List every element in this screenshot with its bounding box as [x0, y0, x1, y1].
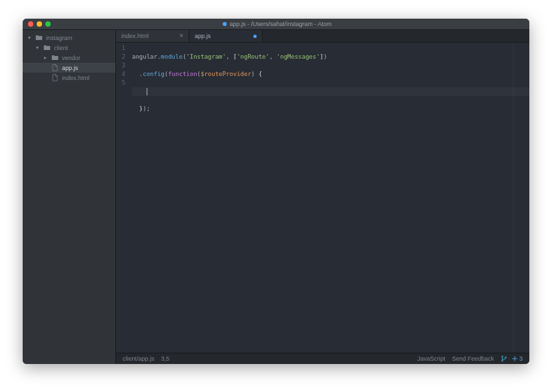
modified-dot-icon	[223, 22, 227, 26]
titlebar: app.js - /Users/sahat/instagram - Atom	[23, 19, 529, 30]
status-language[interactable]: JavaScript	[417, 355, 445, 362]
tree-folder-vendor[interactable]: ▸ vendor	[23, 53, 115, 63]
svg-point-1	[501, 360, 503, 361]
tab-indexhtml[interactable]: index.html ×	[116, 30, 189, 42]
file-icon	[51, 74, 59, 81]
tree-folder-client[interactable]: ▾ client	[23, 43, 115, 53]
svg-point-2	[505, 357, 506, 358]
line-number: 1	[116, 44, 125, 53]
modified-dot-icon	[253, 35, 257, 38]
chevron-down-icon[interactable]: ▾	[27, 35, 32, 41]
chevron-down-icon[interactable]: ▾	[35, 45, 40, 51]
folder-icon	[35, 34, 43, 41]
tree-file-indexhtml[interactable]: index.html	[23, 73, 115, 83]
window-title: app.js - /Users/sahat/instagram - Atom	[31, 21, 524, 27]
line-number: 2	[116, 53, 125, 61]
svg-point-0	[501, 356, 503, 357]
tree-label: client	[54, 45, 68, 51]
folder-icon	[43, 44, 51, 51]
folder-icon	[51, 54, 59, 61]
status-git[interactable]: 3	[501, 355, 523, 362]
text-cursor	[147, 88, 147, 95]
code-line	[132, 122, 529, 131]
line-number: 4	[116, 70, 125, 79]
tree-root[interactable]: ▾ instagram	[23, 33, 115, 43]
code-area[interactable]: angular.module('Instagram', ['ngRoute', …	[129, 43, 529, 353]
tab-label: index.html	[121, 33, 174, 39]
status-filepath[interactable]: client/app.js	[123, 355, 155, 362]
status-cursor[interactable]: 3,5	[161, 355, 170, 362]
git-branch-icon	[501, 355, 507, 362]
status-bar: client/app.js 3,5 JavaScript Send Feedba…	[116, 353, 529, 364]
code-editor[interactable]: 1 2 3 4 5 angular.module('Instagram', ['…	[116, 43, 529, 353]
chevron-right-icon[interactable]: ▸	[43, 55, 48, 61]
tree-label: instagram	[46, 35, 73, 41]
editor-window: app.js - /Users/sahat/instagram - Atom ▾…	[23, 19, 529, 364]
close-icon[interactable]: ×	[179, 33, 183, 39]
tab-label: app.js	[195, 33, 248, 39]
git-diff-count: 3	[519, 355, 523, 362]
editor-pane: index.html × app.js 1 2 3 4 5	[116, 30, 529, 364]
tree-label: vendor	[62, 55, 81, 61]
line-number: 3	[116, 61, 125, 70]
code-line: });	[132, 105, 529, 113]
tree-label: index.html	[62, 75, 89, 81]
code-line: .config(function($routeProvider) {	[132, 70, 529, 79]
window-title-text: app.js - /Users/sahat/instagram - Atom	[229, 21, 331, 27]
status-feedback[interactable]: Send Feedback	[452, 355, 494, 362]
tree-label: app.js	[62, 65, 78, 71]
tree-file-appjs[interactable]: app.js	[23, 63, 115, 73]
tab-appjs[interactable]: app.js	[189, 30, 263, 42]
file-icon	[51, 64, 59, 71]
line-gutter: 1 2 3 4 5	[116, 43, 129, 353]
line-number: 5	[116, 79, 125, 87]
file-tree[interactable]: ▾ instagram ▾ client ▸	[23, 30, 116, 364]
code-line: angular.module('Instagram', ['ngRoute', …	[132, 53, 529, 61]
tab-bar: index.html × app.js	[116, 30, 529, 43]
git-diff-icon: 3	[511, 355, 523, 362]
code-line	[132, 87, 529, 96]
